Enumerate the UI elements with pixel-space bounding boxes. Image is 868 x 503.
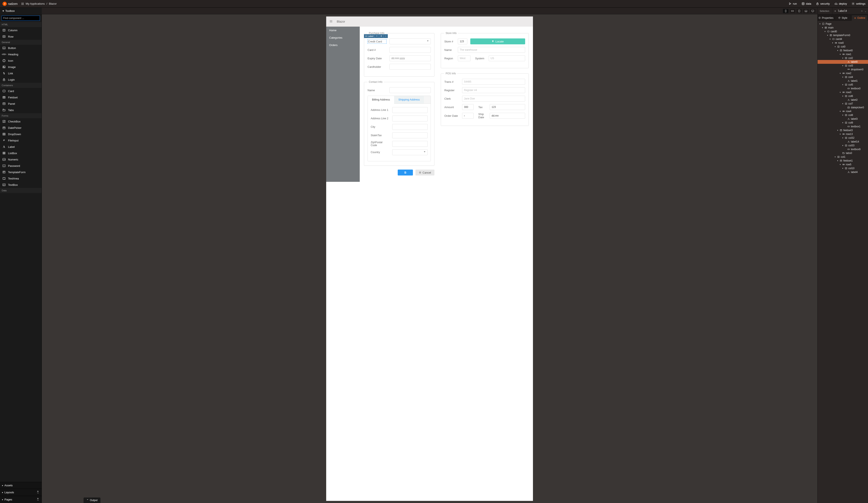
input-addr2[interactable] <box>392 115 428 121</box>
outline-node-col9[interactable]: ▾col9 <box>818 121 868 124</box>
tool-icon[interactable]: Icon <box>0 58 42 64</box>
input-clerk[interactable] <box>462 95 525 102</box>
delete-element[interactable] <box>379 34 384 38</box>
input-trans[interactable] <box>462 79 525 85</box>
input-cardholder[interactable] <box>390 64 431 70</box>
outline-tree[interactable]: ▾Page▾main▾card0▾templateForm0▾card4▾row… <box>818 21 868 503</box>
hamburger-icon[interactable] <box>329 19 333 24</box>
outline-node-col2[interactable]: ▾col2 <box>818 56 868 60</box>
outline-node-label1[interactable]: Alabel1 <box>818 79 868 83</box>
outline-node-label4[interactable]: Alabel4 <box>818 170 868 174</box>
tool-label[interactable]: ALabel <box>0 144 42 150</box>
outline-node-fieldset1[interactable]: ▾fieldset1 <box>818 159 868 163</box>
input-system[interactable] <box>489 55 525 61</box>
tool-link[interactable]: Link <box>0 70 42 77</box>
input-city[interactable] <box>392 124 428 130</box>
tool-templateform[interactable]: TemplateForm <box>0 169 42 175</box>
outline-node-Page[interactable]: ▾Page <box>818 22 868 26</box>
tab-shipping[interactable]: Shipping Address <box>394 96 424 103</box>
outline-node-col5[interactable]: ▾col5 <box>818 83 868 87</box>
fieldset-contact[interactable]: Contact Info Name Billing Address Shi <box>364 80 434 166</box>
outline-node-row4[interactable]: ▾row4 <box>818 109 868 113</box>
input-store-no[interactable] <box>458 38 467 44</box>
outline-node-dropdown0[interactable]: dropdown0 <box>818 68 868 71</box>
outline-node-label14[interactable]: Alabel14 <box>818 140 868 144</box>
outline-node-fieldset0[interactable]: ▾fieldset0 <box>818 49 868 52</box>
outline-node-main[interactable]: ▾main <box>818 26 868 30</box>
output-toggle[interactable]: ⌃ Output <box>84 497 101 503</box>
tool-panel[interactable]: Panel <box>0 101 42 107</box>
tool-login[interactable]: Login <box>0 77 42 83</box>
security-action[interactable]: security <box>816 2 830 5</box>
outline-node-col10[interactable]: ▾col10 <box>818 167 868 170</box>
tool-image[interactable]: Image <box>0 64 42 70</box>
input-ship-date[interactable] <box>490 113 525 119</box>
device-desktop[interactable] <box>810 9 816 13</box>
breadcrumb-apps[interactable]: My Applications <box>26 2 45 5</box>
fieldset-purchase[interactable]: Purchase Info Label C <box>364 32 434 77</box>
outline-node-templateForm0[interactable]: ▾templateForm0 <box>818 33 868 37</box>
fieldset-pos[interactable]: POS Info Trans # Register Clerk Amount T… <box>441 72 529 126</box>
tool-dropdown[interactable]: DropDown <box>0 131 42 137</box>
outline-node-label2[interactable]: Alabel2 <box>818 98 868 102</box>
section-layouts[interactable]: ▸Layouts <box>0 489 42 496</box>
tool-button[interactable]: btnButton <box>0 45 42 51</box>
tab-billing[interactable]: Billing Address <box>368 96 394 104</box>
outline-node-col8[interactable]: ▾col8 <box>818 113 868 117</box>
data-action[interactable]: data <box>802 2 811 5</box>
outline-node-col1[interactable]: ▾col1 <box>818 155 868 159</box>
outline-node-col0[interactable]: ▾col0 <box>818 45 868 49</box>
outline-node-col3[interactable]: ▾col3 <box>818 64 868 68</box>
outline-node-col33[interactable]: ▾col33 <box>818 144 868 148</box>
tool-textarea[interactable]: TextArea <box>0 175 42 182</box>
toolbox-search[interactable] <box>2 16 40 21</box>
input-amount[interactable] <box>462 104 474 110</box>
outline-node-row0[interactable]: ▾row0 <box>818 41 868 45</box>
tool-column[interactable]: Column <box>0 27 42 33</box>
device-laptop[interactable] <box>803 9 809 13</box>
tool-checkbox[interactable]: CheckBox <box>0 118 42 124</box>
tool-fieldset[interactable]: Fieldset <box>0 94 42 101</box>
input-contact-name[interactable] <box>390 87 431 93</box>
outline-node-col4[interactable]: ▾col4 <box>818 75 868 79</box>
tool-heading[interactable]: <H/>Heading <box>0 51 42 58</box>
input-expiry[interactable] <box>390 55 431 61</box>
outline-node-label3[interactable]: Alabel3 <box>818 117 868 121</box>
label-credit-card[interactable]: Credit Card <box>368 39 386 44</box>
input-order-date[interactable] <box>462 113 474 119</box>
input-card-no[interactable] <box>390 47 431 53</box>
input-region[interactable] <box>458 55 471 61</box>
settings-action[interactable]: settings <box>851 2 866 5</box>
toolbox-header[interactable]: ▾ Toolbox <box>0 8 42 14</box>
input-tax[interactable] <box>490 104 525 110</box>
breadcrumb[interactable]: My Applications / Blazor <box>21 2 57 5</box>
outline-node-row1[interactable]: ▾row1 <box>818 52 868 56</box>
input-zip[interactable] <box>392 141 428 147</box>
outline-node-tabs0[interactable]: tabs0 <box>818 151 868 155</box>
design-canvas[interactable]: Blazor Home Categories Orders Purch <box>42 14 817 503</box>
input-addr1[interactable] <box>392 107 428 113</box>
select-credit-card[interactable] <box>390 38 431 44</box>
selection-dropdown[interactable]: ⌄ <box>865 10 866 12</box>
outline-node-fieldset3[interactable]: ▾fieldset3 <box>818 128 868 132</box>
nav-home[interactable]: Home <box>326 27 360 34</box>
breadcrumb-project[interactable]: Blazor <box>49 2 57 5</box>
parent-select[interactable] <box>375 34 379 38</box>
outline-node-row2[interactable]: ▾row2 <box>818 71 868 75</box>
device-tablet[interactable] <box>796 9 802 13</box>
fieldset-store[interactable]: Store Info Store # Locate Name <box>441 32 529 68</box>
clear-selection[interactable]: × <box>860 10 864 12</box>
input-store-name[interactable] <box>458 47 525 53</box>
tool-numeric[interactable]: 123Numeric <box>0 156 42 163</box>
outline-node-textbox0[interactable]: textbox0 <box>818 87 868 90</box>
tool-password[interactable]: •••Password <box>0 163 42 169</box>
cancel-button[interactable]: Cancel <box>415 170 434 175</box>
export-icon[interactable] <box>37 498 40 501</box>
outline-node-col6[interactable]: ▾col6 <box>818 94 868 98</box>
next-select[interactable] <box>384 34 388 38</box>
export-icon[interactable] <box>37 491 40 494</box>
tool-textbox[interactable]: abITextBox <box>0 182 42 188</box>
outline-node-label0[interactable]: Alabel0 <box>818 60 868 64</box>
tab-outline[interactable]: Outline <box>851 15 868 21</box>
outline-node-col7[interactable]: ▾col7 <box>818 102 868 105</box>
